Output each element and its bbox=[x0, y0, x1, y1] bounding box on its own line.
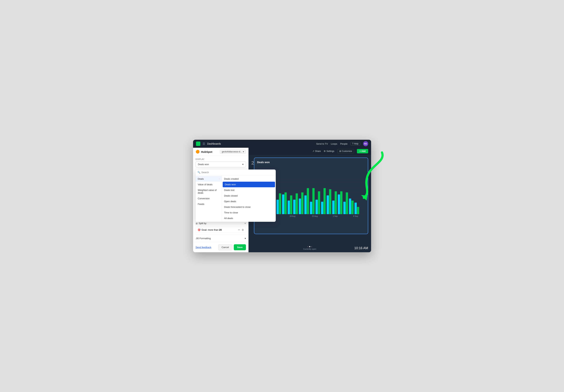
display-section: Display Deals won ▾ bbox=[193, 156, 249, 169]
cancel-button[interactable]: Cancel bbox=[218, 244, 232, 250]
footer-buttons: Cancel Save bbox=[218, 244, 246, 250]
customize-icon: ⊞ bbox=[339, 150, 341, 152]
customize-button[interactable]: ⊞ Customize bbox=[337, 149, 354, 153]
popup-search-container: 🔍 bbox=[196, 170, 276, 175]
share-icon: ↗ bbox=[312, 150, 314, 152]
topbar-actions: Send to TV Loops People ? Help NS bbox=[316, 141, 368, 146]
svg-rect-27 bbox=[288, 201, 290, 214]
category-value-of-deals[interactable]: Value of deals bbox=[196, 182, 222, 187]
topbar: ☰ Dashboards Send to TV Loops People ? H… bbox=[193, 140, 371, 148]
split-by-add-icon[interactable]: + bbox=[244, 222, 246, 225]
sub-deals-forecasted[interactable]: Deals forecasted to close bbox=[222, 204, 276, 210]
people-link[interactable]: People bbox=[340, 142, 348, 145]
dot-3 bbox=[311, 246, 312, 247]
svg-rect-52 bbox=[357, 207, 359, 214]
goal-delete-button[interactable]: 🗑 bbox=[241, 229, 244, 231]
dot-2-active bbox=[309, 246, 310, 247]
svg-rect-49 bbox=[349, 199, 351, 214]
svg-rect-44 bbox=[335, 191, 337, 214]
display-dropdown-chevron: ▾ bbox=[242, 163, 244, 166]
chart-title: Deals won bbox=[257, 161, 365, 164]
category-feeds[interactable]: Feeds bbox=[196, 201, 222, 207]
svg-rect-38 bbox=[318, 191, 320, 214]
svg-text:8 Sep: 8 Sep bbox=[353, 215, 358, 217]
sub-deals-won[interactable]: Deals won bbox=[223, 182, 275, 187]
customize-label: Customize bbox=[342, 150, 352, 152]
account-selector-chevron: ▾ bbox=[243, 150, 244, 153]
app-window: ☰ Dashboards Send to TV Loops People ? H… bbox=[193, 140, 371, 252]
svg-text:25 Aug: 25 Aug bbox=[312, 215, 318, 217]
category-feeds-label: Feeds bbox=[198, 203, 204, 205]
popup-columns: Deals › Value of deals Weighted value of… bbox=[196, 175, 276, 222]
formatting-label: .00 Formatting bbox=[196, 237, 211, 240]
goal-edit-button[interactable]: ✏ bbox=[238, 229, 240, 231]
content-area: 🟠 HubSpot geckofullaccesss-d... ▾ Displa… bbox=[193, 148, 371, 252]
app-logo bbox=[196, 142, 200, 146]
svg-rect-37 bbox=[315, 200, 318, 214]
display-selected-value: Deals won bbox=[198, 163, 209, 166]
topbar-title: Dashboards bbox=[207, 142, 221, 145]
search-icon: 🔍 bbox=[197, 171, 200, 174]
split-by-label: Split by bbox=[199, 222, 207, 225]
popup-subcategory-list: Deals created Deals won Deals lost Deals… bbox=[222, 175, 276, 222]
svg-rect-25 bbox=[282, 195, 284, 214]
svg-rect-36 bbox=[312, 188, 314, 214]
menu-icon[interactable]: ☰ bbox=[202, 142, 205, 146]
sub-all-deals[interactable]: All deals bbox=[222, 216, 276, 221]
svg-rect-45 bbox=[338, 195, 340, 214]
left-panel: 🟠 HubSpot geckofullaccesss-d... ▾ Displa… bbox=[193, 148, 249, 252]
svg-rect-35 bbox=[310, 202, 312, 214]
svg-rect-39 bbox=[321, 202, 323, 214]
send-feedback-link[interactable]: Send feedback bbox=[196, 246, 212, 249]
share-button[interactable]: ↗ Share bbox=[312, 150, 321, 152]
category-deals-chevron: › bbox=[219, 178, 219, 180]
user-avatar[interactable]: NS bbox=[363, 141, 368, 146]
hubspot-name: HubSpot bbox=[201, 150, 212, 153]
display-label: Display bbox=[196, 158, 246, 160]
category-conversion-label: Conversion bbox=[198, 197, 210, 200]
search-input[interactable] bbox=[201, 171, 274, 174]
category-weighted-label: Weighted value of deals bbox=[198, 189, 220, 194]
svg-rect-48 bbox=[346, 192, 348, 214]
goal-row: 🎯 Goal: more than 20 ✏ 🗑 bbox=[196, 227, 246, 233]
svg-rect-51 bbox=[354, 203, 357, 214]
hubspot-logo-icon: 🟠 bbox=[196, 150, 200, 154]
dot-1 bbox=[307, 246, 309, 247]
sub-deals-lost[interactable]: Deals lost bbox=[222, 187, 276, 193]
svg-rect-40 bbox=[324, 188, 326, 214]
help-label: Help bbox=[354, 142, 359, 145]
sub-open-deals[interactable]: Open deals bbox=[222, 199, 276, 204]
sub-deals-created[interactable]: Deals created bbox=[222, 176, 276, 182]
help-question-mark: ? bbox=[352, 142, 353, 145]
svg-rect-31 bbox=[299, 199, 301, 214]
svg-rect-26 bbox=[284, 192, 287, 214]
settings-button[interactable]: ⚙ Settings bbox=[324, 150, 334, 152]
bar-chart-icon: ▦ bbox=[196, 222, 198, 225]
add-button[interactable]: + Add bbox=[357, 149, 368, 153]
svg-rect-32 bbox=[301, 192, 303, 214]
category-deals[interactable]: Deals › bbox=[196, 176, 222, 182]
account-selector[interactable]: geckofullaccesss-d... ▾ bbox=[220, 149, 246, 154]
formatting-chevron-icon: ▾ bbox=[245, 237, 246, 240]
svg-rect-50 bbox=[351, 201, 353, 214]
svg-rect-23 bbox=[276, 200, 279, 214]
save-button[interactable]: Save bbox=[234, 244, 246, 250]
goal-icon: 🎯 bbox=[198, 229, 200, 231]
loops-link[interactable]: Loops bbox=[331, 142, 337, 145]
category-conversion[interactable]: Conversion bbox=[196, 196, 222, 201]
svg-rect-42 bbox=[329, 189, 331, 214]
send-to-tv-link[interactable]: Send to TV bbox=[316, 142, 328, 145]
sub-deals-closed[interactable]: Deals closed bbox=[222, 193, 276, 199]
hubspot-header: 🟠 HubSpot geckofullaccesss-d... ▾ bbox=[193, 148, 249, 156]
svg-rect-1 bbox=[198, 145, 198, 145]
dashboard-bottom-bar: Currently open bbox=[249, 236, 371, 252]
category-weighted-value[interactable]: Weighted value of deals bbox=[196, 187, 222, 196]
display-dropdown[interactable]: Deals won ▾ bbox=[196, 161, 246, 167]
svg-rect-41 bbox=[327, 195, 329, 214]
panel-footer: Send feedback Cancel Save bbox=[193, 242, 249, 252]
help-button[interactable]: ? Help bbox=[350, 142, 360, 146]
formatting-row[interactable]: .00 Formatting ▾ bbox=[196, 235, 246, 242]
goal-actions: ✏ 🗑 bbox=[238, 229, 244, 231]
svg-rect-28 bbox=[290, 195, 292, 214]
sub-time-to-close[interactable]: Time to close bbox=[222, 210, 276, 216]
